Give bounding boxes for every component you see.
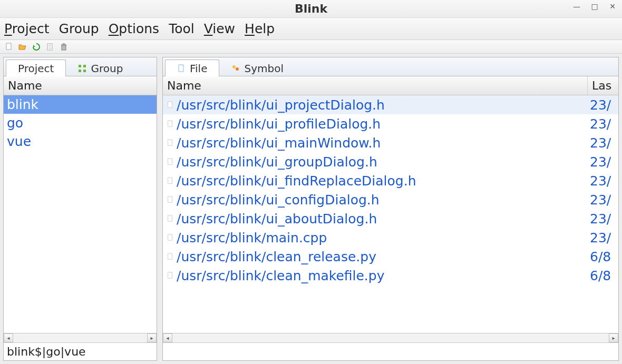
tab-project[interactable]: Project	[6, 60, 66, 76]
file-row[interactable]: /usr/src/blink/ui_groupDialog.h23/	[163, 152, 618, 171]
menu-tool[interactable]: Tool	[169, 21, 195, 36]
titlebar: Blink — □ ✕	[0, 0, 622, 18]
svg-rect-7	[63, 43, 65, 44]
left-filter-wrap	[4, 342, 157, 360]
menu-options[interactable]: Options	[109, 21, 159, 36]
file-path: /usr/src/blink/main.cpp	[174, 230, 588, 245]
right-scrollbar[interactable]: ◂ ▸	[163, 333, 618, 342]
right-col-last[interactable]: Las	[588, 76, 618, 95]
file-date: 23/	[588, 211, 618, 227]
file-row[interactable]: /usr/src/blink/clean_release.py6/8	[163, 247, 618, 266]
document-icon[interactable]	[45, 42, 55, 52]
open-folder-icon[interactable]	[18, 42, 27, 52]
file-icon	[163, 215, 174, 222]
close-button[interactable]: ✕	[607, 2, 618, 11]
file-date: 6/8	[588, 268, 618, 283]
right-table-header: Name Las	[163, 76, 618, 95]
left-col-name[interactable]: Name	[4, 76, 157, 95]
svg-rect-11	[83, 70, 86, 72]
toolbar	[0, 40, 622, 54]
file-icon	[163, 158, 174, 165]
svg-rect-10	[79, 70, 81, 72]
left-table-header: Name	[4, 76, 157, 95]
refresh-icon[interactable]	[32, 42, 41, 52]
file-icon	[163, 177, 174, 184]
svg-point-14	[236, 67, 239, 71]
right-tabs: File Symbol	[163, 57, 618, 76]
new-file-icon[interactable]	[4, 42, 14, 52]
project-filter-input[interactable]	[4, 343, 157, 360]
file-row[interactable]: /usr/src/blink/ui_aboutDialog.h23/	[163, 209, 618, 228]
file-row[interactable]: /usr/src/blink/ui_configDialog.h23/	[163, 190, 618, 209]
svg-rect-8	[79, 65, 81, 67]
file-row[interactable]: /usr/src/blink/ui_profileDialog.h23/	[163, 114, 618, 133]
svg-point-13	[232, 65, 236, 68]
project-row[interactable]: go	[4, 114, 157, 132]
file-path: /usr/src/blink/ui_mainWindow.h	[174, 135, 588, 151]
svg-rect-6	[61, 44, 66, 45]
file-row[interactable]: /usr/src/blink/ui_mainWindow.h23/	[163, 133, 618, 152]
file-date: 23/	[588, 97, 618, 113]
file-icon	[163, 272, 174, 279]
file-path: /usr/src/blink/ui_findReplaceDialog.h	[174, 173, 588, 189]
file-row[interactable]: /usr/src/blink/clean_makefile.py6/8	[163, 266, 618, 285]
tab-file[interactable]: File	[165, 60, 219, 76]
left-scrollbar[interactable]: ◂ ▸	[4, 333, 157, 342]
menu-project[interactable]: Project	[4, 21, 50, 36]
tab-symbol-label: Symbol	[244, 62, 284, 75]
file-path: /usr/src/blink/ui_projectDialog.h	[174, 97, 588, 113]
maximize-button[interactable]: □	[589, 2, 600, 11]
tab-group[interactable]: Group	[66, 60, 135, 76]
svg-rect-9	[83, 65, 86, 67]
file-icon	[177, 64, 186, 73]
scroll-right-icon[interactable]: ▸	[609, 333, 618, 342]
file-icon	[163, 120, 174, 127]
file-path: /usr/src/blink/ui_aboutDialog.h	[174, 211, 588, 227]
menubar: Project Group Options Tool View Help	[0, 18, 622, 40]
file-date: 6/8	[588, 249, 618, 264]
menu-group[interactable]: Group	[59, 21, 99, 36]
file-icon	[163, 253, 174, 260]
file-filter-input[interactable]	[163, 343, 618, 360]
scroll-left-icon[interactable]: ◂	[4, 333, 13, 342]
file-date: 23/	[588, 192, 618, 208]
tab-group-label: Group	[91, 62, 123, 75]
project-row[interactable]: vue	[4, 132, 157, 151]
tab-file-label: File	[190, 62, 207, 75]
file-path: /usr/src/blink/ui_profileDialog.h	[174, 116, 588, 132]
file-path: /usr/src/blink/ui_configDialog.h	[174, 192, 588, 208]
trash-icon[interactable]	[59, 42, 69, 52]
right-filter-wrap	[163, 342, 618, 360]
file-date: 23/	[588, 154, 618, 170]
left-panel: Project Group Name blinkgovue ◂ ▸	[3, 57, 157, 361]
file-icon	[163, 101, 174, 109]
group-icon	[78, 64, 86, 73]
file-row[interactable]: /usr/src/blink/ui_findReplaceDialog.h23/	[163, 171, 618, 190]
menu-view[interactable]: View	[204, 21, 235, 36]
scroll-right-icon[interactable]: ▸	[147, 333, 157, 342]
file-icon	[163, 139, 174, 146]
file-date: 23/	[588, 173, 618, 189]
window-title: Blink	[295, 2, 327, 15]
file-date: 23/	[588, 230, 618, 245]
file-path: /usr/src/blink/ui_groupDialog.h	[174, 154, 588, 170]
right-panel: File Symbol Name Las /usr/src/blink/ui_p…	[162, 57, 619, 361]
svg-rect-5	[62, 45, 66, 50]
minimize-button[interactable]: —	[571, 2, 582, 11]
file-list: /usr/src/blink/ui_projectDialog.h23//usr…	[163, 95, 618, 333]
file-row[interactable]: /usr/src/blink/ui_projectDialog.h23/	[163, 95, 618, 114]
file-icon	[163, 196, 174, 203]
right-col-name[interactable]: Name	[163, 76, 588, 95]
symbol-icon	[231, 64, 240, 73]
file-date: 23/	[588, 135, 618, 151]
scroll-left-icon[interactable]: ◂	[163, 333, 172, 342]
file-date: 23/	[588, 116, 618, 132]
tab-symbol[interactable]: Symbol	[219, 60, 296, 76]
tab-project-label: Project	[18, 62, 54, 75]
file-row[interactable]: /usr/src/blink/main.cpp23/	[163, 228, 618, 247]
project-list: blinkgovue	[4, 95, 157, 333]
left-tabs: Project Group	[4, 57, 157, 76]
project-row[interactable]: blink	[4, 95, 157, 114]
menu-help[interactable]: Help	[245, 21, 275, 36]
file-path: /usr/src/blink/clean_release.py	[174, 249, 588, 264]
